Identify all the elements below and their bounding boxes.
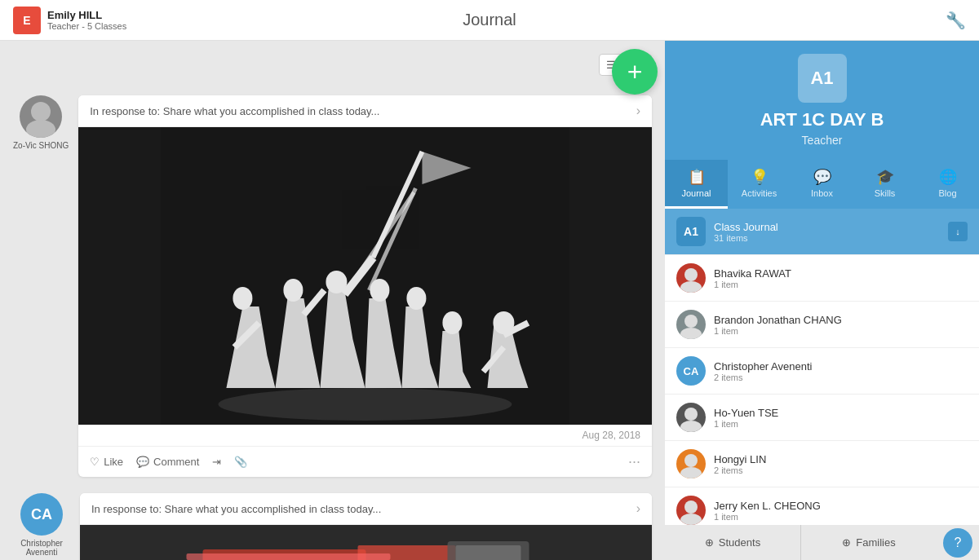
more-button[interactable]: ···: [628, 453, 640, 470]
hoyuen-name: Ho-Yuen TSE: [714, 407, 778, 419]
hoyuen-avatar: [676, 403, 706, 432]
bhavika-avatar: [676, 263, 706, 293]
tab-skills-label: Skills: [875, 188, 896, 198]
students-label: Students: [719, 536, 760, 549]
plus-icon: ⊕: [705, 536, 714, 549]
user-profile[interactable]: E Emily HILL Teacher - 5 Classes: [13, 7, 126, 34]
user-info: Emily HILL Teacher - 5 Classes: [47, 9, 126, 31]
post-prompt-header[interactable]: In response to: Share what you accomplis…: [78, 95, 652, 127]
tab-journal[interactable]: 📋 Journal: [665, 160, 728, 209]
comment-button[interactable]: 💬 Comment: [136, 456, 199, 468]
chevron-right-icon: ›: [636, 501, 640, 516]
header: E Emily HILL Teacher - 5 Classes Journal…: [0, 0, 979, 41]
svg-point-43: [680, 514, 702, 525]
blog-icon: 🌐: [939, 168, 957, 186]
class-journal-name: Class Journal: [714, 221, 778, 233]
post-card: In response to: Share what you accomplis…: [78, 95, 652, 477]
help-button[interactable]: ?: [943, 528, 972, 558]
tab-activities[interactable]: 💡 Activities: [728, 160, 791, 209]
brandon-info: Brandon Jonathan CHANG 1 item: [714, 314, 842, 336]
svg-point-35: [680, 281, 702, 293]
page-title: Journal: [463, 11, 516, 29]
svg-point-42: [684, 500, 698, 514]
hongyi-info: Hongyi LIN 2 items: [714, 453, 766, 475]
christopher-count: 2 items: [714, 373, 812, 382]
hoyuen-count: 1 item: [714, 419, 778, 429]
class-role: Teacher: [802, 134, 843, 147]
brandon-name: Brandon Jonathan CHANG: [714, 314, 842, 326]
sidebar-tabs: 📋 Journal 💡 Activities 💬 Inbox 🎓 Skills …: [665, 160, 979, 209]
main-content: + ☰ ⊞ Zo-Vic SHONG In response to: Share…: [0, 41, 979, 560]
list-item-class-journal[interactable]: A1 Class Journal 31 items ↓: [665, 209, 979, 255]
bhavika-count: 1 item: [714, 280, 791, 289]
sidebar-footer: ⊕ Students ⊕ Families ?: [665, 525, 979, 560]
skills-icon: 🎓: [876, 168, 894, 186]
hoyuen-info: Ho-Yuen TSE 1 item: [714, 407, 778, 429]
inbox-icon: 💬: [813, 168, 831, 186]
user-name: Emily HILL: [47, 9, 126, 21]
post-prompt-text: In response to: Share what you accomplis…: [90, 105, 379, 117]
jerry-count: 1 item: [714, 512, 821, 522]
post-author-section: CA Christopher Avenenti: [13, 493, 70, 557]
comment-icon: 💬: [136, 456, 149, 468]
students-button[interactable]: ⊕ Students: [665, 525, 801, 560]
attach-icon: 📎: [234, 456, 247, 468]
class-header: A1 ART 1C DAY B Teacher: [665, 41, 979, 160]
list-item-bhavika[interactable]: Bhavika RAWAT 1 item: [665, 255, 979, 302]
tab-inbox[interactable]: 💬 Inbox: [791, 160, 853, 209]
like-button[interactable]: ♡ Like: [90, 456, 123, 468]
christopher-avatar: CA: [676, 356, 706, 386]
families-button[interactable]: ⊕ Families: [801, 525, 937, 560]
tab-activities-label: Activities: [742, 188, 777, 198]
post-card: In response to: Share what you accomplis…: [80, 493, 652, 560]
share-button[interactable]: ⇥: [212, 456, 221, 468]
list-item-christopher[interactable]: CA Christopher Avenenti 2 items: [665, 348, 979, 395]
post-prompt-header[interactable]: In response to: Share what you accomplis…: [80, 493, 652, 525]
class-journal-avatar: A1: [676, 217, 706, 246]
post-item: Zo-Vic SHONG In response to: Share what …: [13, 95, 652, 477]
svg-point-39: [680, 421, 702, 432]
header-tools: 🔧: [946, 11, 966, 30]
comment-label: Comment: [153, 456, 199, 468]
share-icon: ⇥: [212, 456, 221, 468]
journal-icon: 📋: [688, 168, 706, 186]
post-author-section: Zo-Vic SHONG: [13, 95, 69, 150]
settings-icon[interactable]: 🔧: [946, 11, 966, 29]
list-item-jerry[interactable]: Jerry Ken L. CHEONG 1 item: [665, 487, 979, 525]
like-label: Like: [104, 456, 123, 468]
families-label: Families: [856, 536, 895, 549]
new-items-badge: ↓: [948, 222, 968, 241]
svg-point-0: [31, 102, 51, 121]
post-prompt-text: In response to: Share what you accomplis…: [91, 503, 381, 515]
svg-rect-33: [456, 545, 521, 560]
add-button[interactable]: +: [612, 49, 658, 95]
post-image: [78, 127, 652, 425]
feed-toolbar: ☰ ⊞: [13, 54, 652, 76]
class-journal-count: 31 items: [714, 233, 778, 243]
class-badge: A1: [798, 54, 847, 103]
brandon-avatar: [676, 310, 706, 339]
user-role: Teacher - 5 Classes: [47, 21, 126, 31]
post-author-name: Christopher Avenenti: [13, 539, 70, 557]
tab-blog[interactable]: 🌐 Blog: [916, 160, 979, 209]
list-item-hoyuen[interactable]: Ho-Yuen TSE 1 item: [665, 395, 979, 441]
svg-point-37: [680, 328, 702, 339]
svg-rect-27: [162, 127, 569, 425]
list-item-brandon[interactable]: Brandon Jonathan CHANG 1 item: [665, 302, 979, 348]
chevron-right-icon: ›: [636, 104, 640, 118]
sidebar: A1 ART 1C DAY B Teacher 📋 Journal 💡 Acti…: [665, 41, 979, 560]
activities-icon: 💡: [751, 168, 769, 186]
tab-skills[interactable]: 🎓 Skills: [853, 160, 916, 209]
attach-button[interactable]: 📎: [234, 456, 247, 468]
hongyi-name: Hongyi LIN: [714, 453, 766, 465]
heart-icon: ♡: [90, 456, 100, 468]
hongyi-avatar: [676, 449, 706, 478]
christopher-name: Christopher Avenenti: [714, 360, 812, 373]
list-item-hongyi[interactable]: Hongyi LIN 2 items: [665, 441, 979, 487]
svg-point-38: [684, 408, 698, 421]
user-avatar: E: [13, 7, 41, 34]
tab-inbox-label: Inbox: [811, 188, 833, 198]
tab-journal-label: Journal: [681, 188, 711, 198]
avatar: CA: [20, 493, 63, 536]
svg-rect-31: [187, 553, 391, 560]
